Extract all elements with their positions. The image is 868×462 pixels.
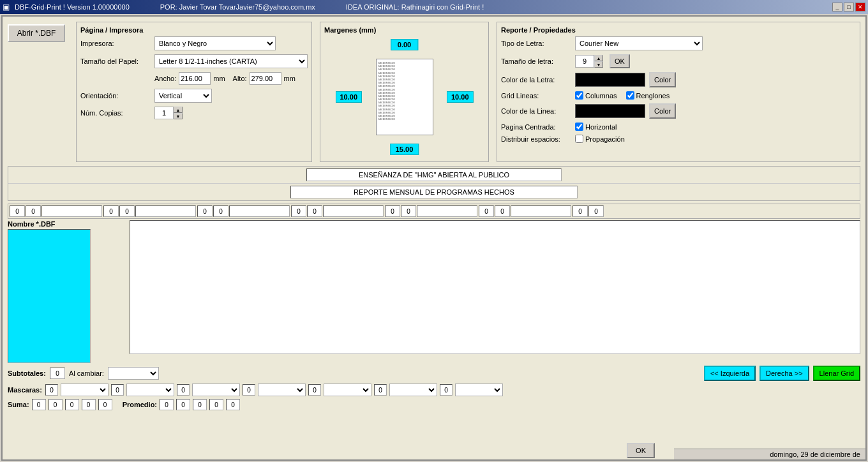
report-props-label: Reporte / Propiedades	[501, 26, 856, 34]
mask3-num[interactable]	[177, 384, 190, 396]
font-type-select[interactable]: Courier New	[575, 36, 703, 50]
col7-n2[interactable]	[588, 205, 604, 217]
col1-n2[interactable]	[26, 205, 41, 217]
font-size-up-button[interactable]: ▲	[594, 55, 603, 61]
dbf-list[interactable]	[8, 229, 91, 363]
mask3-select[interactable]	[192, 384, 240, 396]
mask5-num[interactable]	[308, 384, 321, 396]
sum2[interactable]	[49, 399, 63, 410]
prom5[interactable]	[226, 399, 240, 410]
col-group-7	[572, 205, 604, 217]
prom4[interactable]	[209, 399, 223, 410]
col3-n1[interactable]	[197, 205, 213, 217]
sum3[interactable]	[65, 399, 79, 410]
font-size-down-button[interactable]: ▼	[594, 61, 603, 68]
font-color-button[interactable]: Color	[649, 72, 676, 87]
grid-area[interactable]	[130, 220, 860, 354]
sum1[interactable]	[32, 399, 46, 410]
copies-down-button[interactable]: ▼	[174, 113, 183, 119]
mask5-select[interactable]	[324, 384, 371, 396]
prom2[interactable]	[176, 399, 190, 410]
height-label: Alto:	[233, 75, 247, 82]
orientation-label: Orientación:	[80, 92, 151, 100]
columns-checkbox-label[interactable]: Columnas	[575, 91, 617, 100]
sum4[interactable]	[82, 399, 96, 410]
paper-select[interactable]: Letter 8 1/2-11-inches (CARTA)	[154, 54, 308, 68]
col4-n2[interactable]	[307, 205, 322, 217]
col2-n2[interactable]	[119, 205, 135, 217]
title-left: DBF-Grid-Print ! Version 1.00000000	[15, 3, 130, 11]
horizontal-checkbox[interactable]	[575, 123, 583, 131]
horizontal-checkbox-label[interactable]: Horizontal	[575, 123, 617, 131]
al-cambiar-select[interactable]	[108, 367, 159, 380]
mask7-select[interactable]	[455, 384, 503, 396]
col7-n1[interactable]	[572, 205, 588, 217]
orientation-select[interactable]: Vertical	[154, 89, 212, 103]
col4-text[interactable]	[323, 205, 384, 217]
sum5[interactable]	[98, 399, 112, 410]
open-dbf-button[interactable]: Abrir *.DBF	[8, 24, 65, 42]
col-group-2	[103, 205, 196, 217]
copies-input[interactable]	[154, 107, 174, 119]
printer-select[interactable]: Blanco y Negro	[154, 36, 276, 50]
mask1-num[interactable]	[45, 384, 58, 396]
mask6-select[interactable]	[389, 384, 437, 396]
mask6-num[interactable]	[374, 384, 387, 396]
font-color-preview	[575, 73, 645, 87]
grid-panel	[130, 220, 860, 363]
renglones-checkbox[interactable]	[626, 91, 634, 100]
width-unit: mm	[213, 75, 225, 82]
col2-n1[interactable]	[103, 205, 119, 217]
col6-n2[interactable]	[495, 205, 510, 217]
ok-button[interactable]: OK	[627, 443, 655, 458]
col6-text[interactable]	[511, 205, 571, 217]
col4-n1[interactable]	[291, 205, 306, 217]
copies-up-button[interactable]: ▲	[174, 107, 183, 113]
page-printer-label: Página / Impresora	[80, 26, 308, 34]
title1-input[interactable]	[306, 168, 562, 181]
font-size-input[interactable]	[575, 55, 594, 68]
derecha-button[interactable]: Derecha >>	[760, 366, 809, 381]
izquierda-button[interactable]: << Izquierda	[704, 366, 756, 381]
col1-text[interactable]	[41, 205, 102, 217]
close-button[interactable]: ✕	[855, 3, 865, 11]
columns-checkbox[interactable]	[575, 91, 583, 100]
col6-n1[interactable]	[479, 205, 494, 217]
title-bar: ▣ DBF-Grid-Print ! Version 1.00000000 PO…	[0, 0, 868, 14]
distribute-label: Distribuir espacios:	[501, 135, 571, 143]
col-group-5	[385, 205, 477, 217]
col3-text[interactable]	[229, 205, 290, 217]
propagacion-checkbox[interactable]	[575, 135, 583, 143]
col5-n1[interactable]	[385, 205, 400, 217]
font-size-label: Tamaño de letra:	[501, 57, 571, 65]
title2-input[interactable]	[290, 186, 578, 198]
maximize-button[interactable]: □	[844, 3, 854, 11]
subtotals-input[interactable]	[50, 368, 65, 379]
minimize-button[interactable]: _	[832, 3, 842, 11]
col5-n2[interactable]	[401, 205, 416, 217]
width-label: Ancho:	[154, 75, 176, 82]
col2-text[interactable]	[135, 205, 196, 217]
col3-n2[interactable]	[213, 205, 228, 217]
margin-right: 10.00	[447, 91, 474, 103]
mask4-num[interactable]	[243, 384, 255, 396]
font-ok-button[interactable]: OK	[610, 54, 630, 68]
llenar-grid-button[interactable]: Llenar Grid	[813, 366, 860, 381]
mask4-select[interactable]	[258, 384, 306, 396]
width-input[interactable]: 216.00	[179, 72, 211, 85]
prom3[interactable]	[193, 399, 207, 410]
mask2-num[interactable]	[111, 384, 124, 396]
col1-n1[interactable]	[10, 205, 25, 217]
col5-text[interactable]	[417, 205, 477, 217]
renglones-checkbox-label[interactable]: Renglones	[626, 91, 670, 100]
subtotals-label: Subtotales:	[8, 369, 46, 377]
mask7-num[interactable]	[440, 384, 453, 396]
mask1-select[interactable]	[61, 384, 108, 396]
height-input[interactable]: 279.00	[250, 72, 281, 85]
mask2-select[interactable]	[126, 384, 174, 396]
printer-label: Impresora:	[80, 40, 151, 47]
prom1[interactable]	[160, 399, 174, 410]
line-color-button[interactable]: Color	[649, 103, 676, 119]
propagacion-checkbox-label[interactable]: Propagación	[575, 135, 625, 143]
paper-preview: ABCDEFABCDEABCDEFABCDEABCDEFABCDEABCDEFA…	[377, 59, 433, 123]
